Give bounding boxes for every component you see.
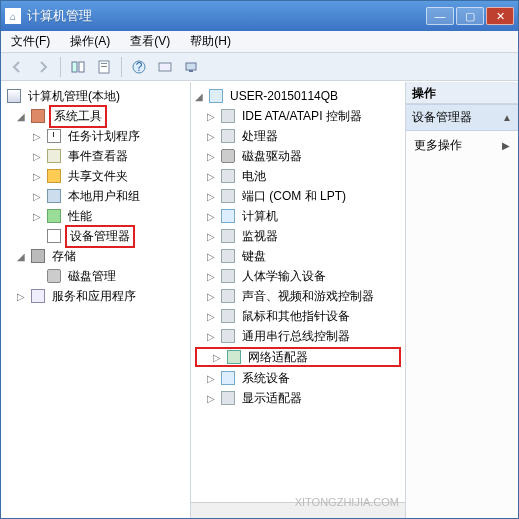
device-mouse[interactable]: ▷鼠标和其他指针设备 (191, 306, 405, 326)
expand-icon[interactable]: ▷ (31, 211, 43, 222)
close-button[interactable]: ✕ (486, 7, 514, 25)
maximize-button[interactable]: ▢ (456, 7, 484, 25)
menu-help[interactable]: 帮助(H) (186, 31, 235, 52)
device-disk-drives[interactable]: ▷磁盘驱动器 (191, 146, 405, 166)
expand-icon[interactable]: ▷ (31, 191, 43, 202)
menu-file[interactable]: 文件(F) (7, 31, 54, 52)
expand-icon[interactable]: ▷ (205, 311, 217, 322)
disk-icon (46, 268, 62, 284)
chevron-up-icon: ▲ (502, 112, 512, 123)
content-body: 计算机管理(本地) ◢ 系统工具 ▷ 任务计划程序 ▷ 事件查看器 ▷ 共享文件… (1, 81, 518, 518)
device-manager-icon (46, 228, 62, 244)
expand-icon[interactable]: ▷ (31, 131, 43, 142)
expand-icon[interactable]: ▷ (205, 191, 217, 202)
services-icon (30, 288, 46, 304)
expand-icon[interactable]: ▷ (205, 111, 217, 122)
tree-event-viewer[interactable]: ▷ 事件查看器 (1, 146, 190, 166)
device-monitor[interactable]: ▷监视器 (191, 226, 405, 246)
expand-icon[interactable]: ▷ (205, 131, 217, 142)
minimize-button[interactable]: — (426, 7, 454, 25)
expand-icon[interactable]: ▷ (205, 211, 217, 222)
tree-root-computer-management[interactable]: 计算机管理(本地) (1, 86, 190, 106)
more-actions[interactable]: 更多操作 ▶ (406, 131, 518, 160)
left-tree-pane[interactable]: 计算机管理(本地) ◢ 系统工具 ▷ 任务计划程序 ▷ 事件查看器 ▷ 共享文件… (1, 82, 191, 518)
tree-label: 显示适配器 (239, 389, 305, 408)
menu-action[interactable]: 操作(A) (66, 31, 114, 52)
tree-label: 人体学输入设备 (239, 267, 329, 286)
tree-system-tools[interactable]: ◢ 系统工具 (1, 106, 190, 126)
horizontal-scrollbar[interactable] (191, 502, 405, 518)
device-tree-pane[interactable]: ◢ USER-20150114QB ▷IDE ATA/ATAPI 控制器 ▷处理… (191, 82, 406, 518)
tree-disk-management[interactable]: 磁盘管理 (1, 266, 190, 286)
app-icon: ⌂ (5, 8, 21, 24)
expand-icon[interactable]: ▷ (205, 251, 217, 262)
tree-label: 系统设备 (239, 369, 293, 388)
tree-label: 声音、视频和游戏控制器 (239, 287, 377, 306)
tree-local-users[interactable]: ▷ 本地用户和组 (1, 186, 190, 206)
device-ports[interactable]: ▷端口 (COM 和 LPT) (191, 186, 405, 206)
tree-performance[interactable]: ▷ 性能 (1, 206, 190, 226)
device-root[interactable]: ◢ USER-20150114QB (191, 86, 405, 106)
device-system[interactable]: ▷系统设备 (191, 368, 405, 388)
title-bar: ⌂ 计算机管理 — ▢ ✕ (1, 1, 518, 31)
expand-icon[interactable]: ▷ (205, 373, 217, 384)
help-button[interactable]: ? (127, 56, 151, 78)
tree-services-apps[interactable]: ▷ 服务和应用程序 (1, 286, 190, 306)
expand-icon[interactable]: ▷ (205, 151, 217, 162)
device-keyboard[interactable]: ▷键盘 (191, 246, 405, 266)
collapse-icon[interactable]: ◢ (15, 251, 27, 262)
device-ide[interactable]: ▷IDE ATA/ATAPI 控制器 (191, 106, 405, 126)
tree-label: 设备管理器 (65, 225, 135, 248)
tree-label: 电池 (239, 167, 269, 186)
device-network-adapters[interactable]: ▷网络适配器 (195, 347, 401, 367)
tree-task-scheduler[interactable]: ▷ 任务计划程序 (1, 126, 190, 146)
expand-icon[interactable]: ▷ (205, 171, 217, 182)
device-hid[interactable]: ▷人体学输入设备 (191, 266, 405, 286)
expand-icon[interactable]: ▷ (205, 271, 217, 282)
tree-label: IDE ATA/ATAPI 控制器 (239, 107, 365, 126)
expand-icon[interactable]: ▷ (205, 331, 217, 342)
expand-icon[interactable]: ▷ (205, 393, 217, 404)
device-usb[interactable]: ▷通用串行总线控制器 (191, 326, 405, 346)
toolbar: ? (1, 53, 518, 81)
mouse-icon (220, 308, 236, 324)
expand-icon[interactable]: ▷ (15, 291, 27, 302)
ide-icon (220, 108, 236, 124)
device-cpu[interactable]: ▷处理器 (191, 126, 405, 146)
device-display[interactable]: ▷显示适配器 (191, 388, 405, 408)
tree-label: 监视器 (239, 227, 281, 246)
expand-icon[interactable]: ▷ (205, 231, 217, 242)
storage-icon (30, 248, 46, 264)
device-battery[interactable]: ▷电池 (191, 166, 405, 186)
usb-icon (220, 328, 236, 344)
expand-icon[interactable]: ▷ (205, 291, 217, 302)
tree-device-manager[interactable]: 设备管理器 (1, 226, 190, 246)
forward-button (31, 56, 55, 78)
shared-folders-icon (46, 168, 62, 184)
window-controls: — ▢ ✕ (426, 7, 514, 25)
collapse-icon[interactable]: ◢ (193, 91, 205, 102)
show-hide-tree-button[interactable] (66, 56, 90, 78)
expand-icon[interactable]: ▷ (211, 352, 223, 363)
computer-management-icon (6, 88, 22, 104)
expand-icon[interactable]: ▷ (31, 151, 43, 162)
svg-rect-0 (72, 62, 77, 72)
collapse-icon[interactable]: ◢ (15, 111, 27, 122)
users-icon (46, 188, 62, 204)
tree-shared-folders[interactable]: ▷ 共享文件夹 (1, 166, 190, 186)
properties-button[interactable] (92, 56, 116, 78)
toolbar-separator (60, 57, 61, 77)
event-viewer-icon (46, 148, 62, 164)
menu-view[interactable]: 查看(V) (126, 31, 174, 52)
tree-storage[interactable]: ◢ 存储 (1, 246, 190, 266)
device-computer[interactable]: ▷计算机 (191, 206, 405, 226)
tree-label: 计算机 (239, 207, 281, 226)
expand-icon[interactable]: ▷ (31, 171, 43, 182)
disk-drive-icon (220, 148, 236, 164)
device-sound[interactable]: ▷声音、视频和游戏控制器 (191, 286, 405, 306)
actions-section[interactable]: 设备管理器 ▲ (406, 104, 518, 131)
scan-hardware-button[interactable] (179, 56, 203, 78)
menu-bar: 文件(F) 操作(A) 查看(V) 帮助(H) (1, 31, 518, 53)
tools-icon (30, 108, 46, 124)
device-view-button[interactable] (153, 56, 177, 78)
